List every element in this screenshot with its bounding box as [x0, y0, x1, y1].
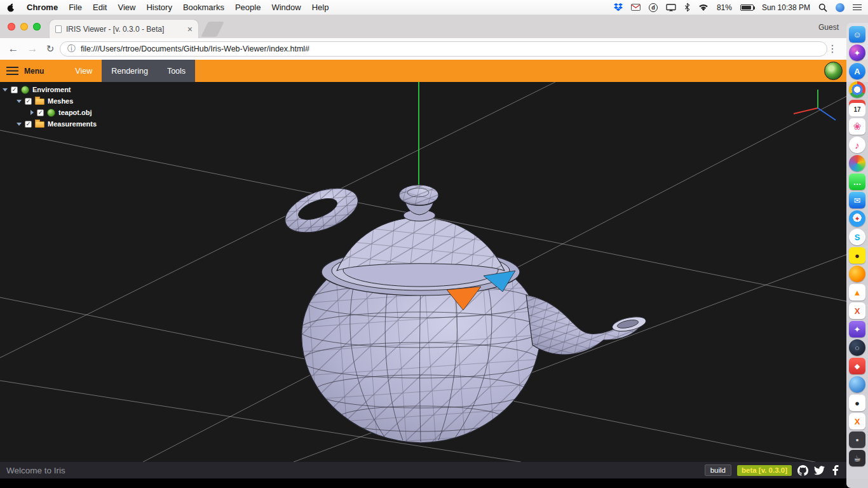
visibility-checkbox[interactable]: ✓	[25, 98, 32, 105]
dock-red-game[interactable]: ◆	[849, 358, 865, 374]
dock-mail[interactable]: ✉	[849, 192, 865, 208]
url-input[interactable]	[81, 44, 820, 53]
twitter-icon[interactable]	[814, 466, 825, 475]
expand-arrow-icon[interactable]	[3, 88, 8, 92]
dock-skype[interactable]: S	[849, 229, 865, 245]
tree-label[interactable]: Meshes	[48, 97, 73, 105]
github-icon[interactable]	[797, 465, 808, 476]
back-button[interactable]: ←	[5, 41, 22, 57]
dock-calendar[interactable]: 17	[849, 100, 865, 116]
app-menu-label[interactable]: Menu	[24, 67, 44, 76]
visibility-checkbox[interactable]: ✓	[37, 109, 44, 116]
active-app-name[interactable]: Chrome	[27, 3, 58, 12]
tab-tools[interactable]: Tools	[158, 60, 195, 82]
menubar-clock[interactable]: Sun 10:38 PM	[762, 3, 810, 12]
build-button[interactable]: build	[705, 464, 731, 476]
scene-tree-panel: ✓ Enviroment ✓ Meshes ✓ teapot.obj ✓ Mea…	[3, 84, 97, 130]
tree-label[interactable]: Measurements	[48, 120, 97, 128]
mail-icon[interactable]	[631, 4, 641, 11]
page-info-icon[interactable]: ⓘ	[67, 43, 76, 55]
spotlight-search-icon[interactable]	[818, 3, 827, 12]
tree-label[interactable]: teapot.obj	[58, 109, 92, 116]
app-toolbar: Menu View Rendering Tools	[0, 60, 868, 82]
tree-row-measurements[interactable]: ✓ Measurements	[3, 118, 97, 130]
visibility-checkbox[interactable]: ✓	[11, 86, 18, 93]
tree-row-environment[interactable]: ✓ Enviroment	[3, 84, 97, 95]
meshes-folder-icon	[35, 98, 44, 105]
dock-steam[interactable]: ○	[849, 339, 865, 356]
menubar-item[interactable]: Edit	[93, 3, 107, 12]
zoom-window-button[interactable]	[33, 23, 41, 30]
expand-arrow-icon[interactable]	[17, 100, 22, 103]
close-window-button[interactable]	[8, 23, 15, 30]
dock-app-store[interactable]: A	[849, 63, 865, 79]
browser-menu-icon[interactable]: ⋮	[827, 41, 837, 57]
dock-purple-app[interactable]: ✦	[849, 321, 865, 337]
reload-button[interactable]: ↻	[42, 41, 58, 57]
menubar-menus: FileEditViewHistoryBookmarksPeopleWindow…	[69, 3, 329, 12]
apple-logo-icon[interactable]	[6, 3, 16, 13]
teapot-handle[interactable]	[279, 179, 363, 241]
dock-messages[interactable]: …	[849, 173, 865, 190]
collapse-arrow-icon[interactable]	[31, 110, 34, 115]
tree-row-meshes[interactable]: ✓ Meshes	[3, 95, 97, 107]
dock-sketch-x[interactable]: X	[849, 302, 865, 319]
menubar-item[interactable]: File	[69, 3, 82, 12]
axis-gizmo	[794, 90, 836, 120]
tree-label[interactable]: Enviroment	[32, 86, 71, 93]
window-controls	[8, 23, 41, 30]
environment-icon	[21, 86, 29, 94]
user-avatar[interactable]	[836, 3, 844, 12]
facebook-icon[interactable]	[831, 465, 840, 475]
dock-blue-sphere[interactable]	[849, 376, 865, 393]
tab-view[interactable]: View	[65, 60, 102, 82]
browser-tab[interactable]: IRIS Viewer - [v. 0.3.0 - Beta] ×	[50, 20, 198, 38]
address-bar[interactable]: ⓘ	[60, 41, 827, 57]
dock-photos[interactable]: ❀	[849, 118, 865, 135]
dock-finder[interactable]: ☺	[849, 26, 865, 43]
new-tab-button[interactable]	[201, 22, 224, 37]
dropbox-icon[interactable]	[614, 3, 623, 11]
dock-chrome[interactable]	[849, 81, 865, 98]
menubar-item[interactable]: Bookmarks	[183, 3, 224, 12]
menubar-item[interactable]: Help	[312, 3, 329, 12]
tab-title: IRIS Viewer - [v. 0.3.0 - Beta]	[66, 25, 184, 34]
menubar-item[interactable]: People	[235, 3, 261, 12]
page-favicon	[55, 25, 62, 33]
minimize-window-button[interactable]	[20, 23, 28, 30]
dock-vlc[interactable]: ▲	[849, 284, 865, 301]
bluetooth-icon[interactable]	[684, 3, 690, 11]
menubar-item[interactable]: View	[118, 3, 135, 12]
tree-row-teapot[interactable]: ✓ teapot.obj	[3, 107, 97, 118]
teapot-spout[interactable]	[526, 295, 647, 355]
app-menu-button[interactable]	[0, 60, 24, 82]
teapot-body[interactable]	[299, 276, 543, 443]
dock-itunes[interactable]: ♪	[849, 137, 865, 153]
tab-rendering[interactable]: Rendering	[102, 60, 158, 82]
circled-d-icon[interactable]: d	[649, 3, 658, 12]
dock-dark-app[interactable]: ▪	[849, 431, 865, 448]
notification-center-icon[interactable]	[853, 4, 862, 11]
dock-color-wheel[interactable]	[849, 155, 865, 172]
menubar-item[interactable]: Window	[271, 3, 301, 12]
wifi-icon[interactable]	[698, 4, 709, 11]
dock-firefox[interactable]	[849, 266, 865, 282]
viewport-canvas[interactable]	[0, 82, 868, 462]
menubar-item[interactable]: History	[146, 3, 172, 12]
dock-teapot-app[interactable]: ☕	[849, 450, 865, 466]
dock-kakaotalk[interactable]: ●	[849, 247, 865, 264]
dock-x-app[interactable]: X	[849, 413, 865, 430]
visibility-checkbox[interactable]: ✓	[25, 121, 32, 128]
expand-arrow-icon[interactable]	[17, 123, 22, 126]
dock-siri[interactable]: ✦	[849, 44, 865, 61]
airplay-display-icon[interactable]	[666, 4, 676, 11]
tab-close-icon[interactable]: ×	[184, 24, 193, 34]
teapot-mesh[interactable]	[279, 179, 647, 443]
viewport-3d[interactable]: ✓ Enviroment ✓ Meshes ✓ teapot.obj ✓ Mea…	[0, 82, 868, 462]
forward-button[interactable]: →	[24, 41, 41, 57]
dock-github-desktop[interactable]: ●	[849, 395, 865, 411]
dock-safari[interactable]: ✦	[849, 210, 865, 227]
axis-z	[818, 108, 836, 120]
hamburger-icon	[6, 67, 18, 76]
iris-logo	[824, 62, 843, 80]
